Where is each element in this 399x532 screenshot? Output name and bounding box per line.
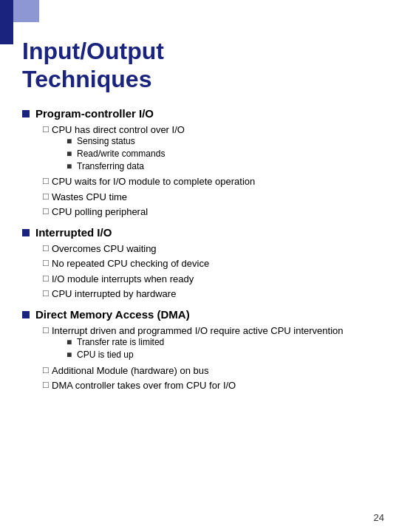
sub-item-text: CPU polling peripheral [52,205,148,219]
sub-items-interrupted: □Overcomes CPU waiting□No repeated CPU c… [43,242,384,301]
section-title-dma: Direct Memory Access (DMA) [35,308,190,321]
corner-blue-dark [0,0,13,44]
sub-items-dma: □Interrupt driven and programmed I/O req… [43,324,384,392]
sub-bullet: □ [43,273,52,284]
sub-item: □I/O module interrupts when ready [43,272,384,286]
sub-text: No repeated CPU checking of device [52,258,209,269]
sub-bullet: □ [43,379,52,390]
sub-text: DMA controller takes over from CPU for I… [52,380,236,391]
sub-bullet: □ [43,287,52,299]
sub-sub-bullet: ■ [66,149,77,159]
sub-text: Overcomes CPU waiting [52,243,157,254]
sub-item: □Additional Module (hardware) on bus [43,364,384,378]
sub-bullet: □ [43,324,52,335]
sub-sub-item: ■Read/write commands [66,149,185,160]
sub-item: □No repeated CPU checking of device [43,256,384,270]
sub-item-text: Overcomes CPU waiting [52,242,157,256]
sub-item: □Overcomes CPU waiting [43,242,384,256]
sub-item: □Interrupt driven and programmed I/O req… [43,324,384,362]
sub-item: □CPU waits for I/O module to complete op… [43,174,384,188]
section-header-dma: Direct Memory Access (DMA) [22,308,384,321]
sub-bullet: □ [43,257,52,268]
sub-item-text: CPU waits for I/O module to complete ope… [52,174,255,188]
sub-text: Wastes CPU time [52,191,127,202]
section-header-program-controller: Program-controller I/O [22,107,384,120]
section-header-interrupted: Interrupted I/O [22,226,384,239]
sub-item-text: Wastes CPU time [52,190,127,204]
sub-bullet: □ [43,205,52,216]
sub-bullet: □ [43,242,52,253]
sub-sub-item: ■Transferring data [66,161,185,173]
sub-sub-text: Transferring data [77,161,144,173]
sub-item: □CPU polling peripheral [43,205,384,219]
section-dma: Direct Memory Access (DMA)□Interrupt dri… [22,308,384,392]
page-number: 24 [374,512,384,523]
sub-sub-text: Transfer rate is limited [77,337,164,349]
sub-sub-item: ■CPU is tied up [66,349,344,361]
sub-bullet: □ [43,123,52,134]
section-bullet-program-controller [22,110,30,117]
sub-sub-items: ■Sensing status■Read/write commands■Tran… [66,136,185,172]
section-program-controller: Program-controller I/O□CPU has direct co… [22,107,384,219]
sub-item: □Wastes CPU time [43,190,384,204]
section-bullet-interrupted [22,229,30,236]
sub-text: CPU waits for I/O module to complete ope… [52,176,255,187]
sub-item: □DMA controller takes over from CPU for … [43,378,384,392]
sub-item-text: I/O module interrupts when ready [52,272,194,286]
sub-sub-items: ■Transfer rate is limited■CPU is tied up [66,337,344,361]
sub-bullet: □ [43,175,52,186]
sub-bullet: □ [43,191,52,202]
sub-text: CPU has direct control over I/O [52,124,185,135]
sub-items-program-controller: □CPU has direct control over I/O■Sensing… [43,123,384,219]
sub-item-text: CPU interrupted by hardware [52,287,176,301]
sub-text: Interrupt driven and programmed I/O requ… [52,325,344,336]
sub-item-text: Interrupt driven and programmed I/O requ… [52,324,344,362]
sub-sub-item: ■Transfer rate is limited [66,337,344,349]
sub-sub-bullet: ■ [66,161,77,171]
corner-blue-light [13,0,39,22]
sub-sub-text: CPU is tied up [77,349,134,361]
sub-sub-item: ■Sensing status [66,136,185,148]
section-title-program-controller: Program-controller I/O [35,107,154,120]
sub-item: □CPU interrupted by hardware [43,287,384,301]
sub-item-text: CPU has direct control over I/O■Sensing … [52,123,185,173]
slide-content: Input/Output Techniques Program-controll… [22,37,384,510]
slide-title: Input/Output Techniques [22,37,384,94]
sub-item: □CPU has direct control over I/O■Sensing… [43,123,384,173]
sub-text: CPU interrupted by hardware [52,288,176,299]
sub-sub-bullet: ■ [66,136,77,146]
sub-sub-bullet: ■ [66,337,77,347]
sections-container: Program-controller I/O□CPU has direct co… [22,107,384,392]
sub-item-text: DMA controller takes over from CPU for I… [52,378,236,392]
sub-sub-text: Read/write commands [77,149,165,160]
sub-item-text: Additional Module (hardware) on bus [52,364,208,378]
sub-sub-bullet: ■ [66,349,77,360]
sub-bullet: □ [43,364,52,375]
sub-text: Additional Module (hardware) on bus [52,365,208,376]
sub-text: I/O module interrupts when ready [52,273,194,284]
sub-sub-text: Sensing status [77,136,135,148]
sub-item-text: No repeated CPU checking of device [52,256,209,270]
sub-text: CPU polling peripheral [52,206,148,217]
section-title-interrupted: Interrupted I/O [35,226,112,239]
section-bullet-dma [22,311,30,318]
section-interrupted: Interrupted I/O□Overcomes CPU waiting□No… [22,226,384,301]
